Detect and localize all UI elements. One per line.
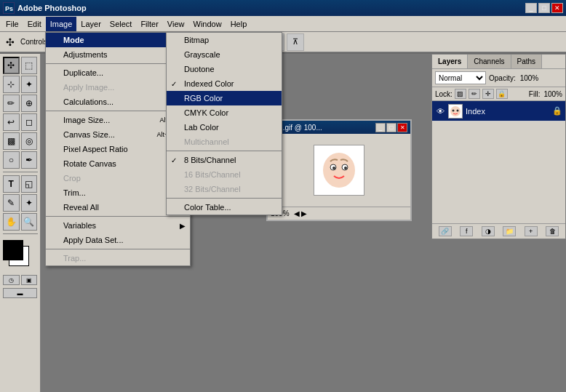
blur-tool[interactable]: ◎ — [21, 132, 38, 150]
hand-tool[interactable]: ✋ — [3, 213, 20, 231]
notes-tool[interactable]: ✎ — [3, 194, 20, 212]
menu-item-apply-data[interactable]: Apply Data Set... — [46, 233, 190, 247]
eraser-tool[interactable]: ◻ — [21, 113, 38, 131]
mode-cmyk-color[interactable]: CMYK Color — [167, 105, 282, 120]
new-layer-btn[interactable]: + — [525, 226, 538, 236]
iw-close-btn[interactable]: ✕ — [397, 123, 407, 132]
minimize-button[interactable]: _ — [525, 3, 537, 13]
svg-point-10 — [453, 109, 455, 111]
reveal-all-label: Reveal All — [63, 203, 99, 212]
svg-point-11 — [457, 109, 459, 111]
svg-point-3 — [323, 153, 355, 188]
mode-grayscale[interactable]: Grayscale — [167, 47, 282, 62]
foreground-color-box[interactable] — [3, 240, 23, 260]
menu-filter[interactable]: Filter — [136, 17, 162, 31]
tab-channels[interactable]: Channels — [468, 55, 511, 68]
menu-edit[interactable]: Edit — [23, 17, 46, 31]
dodge-tool[interactable]: ○ — [3, 151, 20, 169]
layers-lock-row: Lock: ▨ ✏ ✛ 🔒 Fill: 100% — [432, 87, 565, 101]
heal-tool[interactable]: ✦ — [21, 76, 38, 93]
brush-tool[interactable]: ✏ — [3, 95, 20, 112]
trap-label: Trap... — [63, 254, 86, 263]
mode-color-table[interactable]: Color Table... — [167, 200, 282, 215]
mode-submenu-dropdown: Bitmap Grayscale Duotone ✓ Indexed Color… — [166, 32, 282, 215]
tab-paths[interactable]: Paths — [511, 55, 543, 68]
link-layers-btn[interactable]: 🔗 — [439, 226, 452, 236]
menu-select[interactable]: Select — [105, 17, 137, 31]
screen-mode-btn[interactable]: ▬ — [3, 288, 37, 298]
layers-panel-tabs: Layers Channels Paths — [432, 55, 565, 69]
new-group-btn[interactable]: 📁 — [503, 226, 516, 236]
pixel-aspect-label: Pixel Aspect Ratio — [63, 145, 128, 153]
mode-bitmap[interactable]: Bitmap — [167, 33, 282, 47]
multichannel-label: Multichannel — [184, 137, 229, 146]
crop-label: Crop — [63, 174, 81, 183]
lock-image-btn[interactable]: ✏ — [469, 89, 480, 99]
tool-row-6: ○ ✒ — [3, 151, 37, 169]
image-scroll-left[interactable]: ◀ — [294, 209, 300, 217]
mode-indexed-color[interactable]: ✓ Indexed Color — [167, 76, 282, 91]
app-title: Adobe Photoshop — [17, 4, 87, 12]
menu-help[interactable]: Help — [226, 17, 252, 31]
tab-layers[interactable]: Layers — [432, 55, 468, 68]
pen-tool[interactable]: ✒ — [21, 151, 38, 169]
lasso-tool[interactable]: ⬚ — [21, 57, 37, 74]
quick-mask-btn[interactable]: ◷ — [3, 275, 20, 285]
crop-tool[interactable]: ⊹ — [3, 76, 20, 93]
image-scroll-right[interactable]: ▶ — [301, 209, 307, 217]
bitmap-label: Bitmap — [184, 36, 209, 44]
shape-tool[interactable]: ◱ — [21, 175, 38, 193]
menu-image[interactable]: Image — [46, 17, 77, 31]
gradient-tool[interactable]: ▩ — [3, 132, 20, 150]
menu-sep-3 — [46, 216, 190, 217]
clone-tool[interactable]: ⊕ — [21, 95, 38, 112]
iw-minimize-btn[interactable]: _ — [375, 123, 386, 132]
layers-controls-row: Normal Opacity: 100% — [432, 69, 565, 87]
menu-file[interactable]: File — [1, 17, 23, 31]
lock-position-btn[interactable]: ✛ — [482, 89, 494, 99]
zoom-tool[interactable]: 🔍 — [21, 213, 38, 231]
variables-label: Variables — [63, 221, 96, 230]
image-window-title-bar: grin.gif @ 100... _ □ ✕ — [268, 121, 410, 134]
eyedropper-tool[interactable]: ✦ — [21, 194, 38, 212]
layer-visibility-icon[interactable]: 👁 — [435, 106, 445, 116]
canvas-size-label: Canvas Size... — [63, 130, 115, 139]
mode-duotone[interactable]: Duotone — [167, 62, 282, 76]
indexed-color-label: Indexed Color — [184, 79, 234, 88]
add-style-btn[interactable]: f — [460, 226, 473, 236]
delete-layer-btn[interactable]: 🗑 — [546, 226, 559, 236]
lock-all-btn[interactable]: 🔒 — [496, 89, 508, 99]
mode-rgb-color[interactable]: RGB Color — [167, 91, 282, 105]
align-btn-12[interactable]: ⊼ — [287, 33, 304, 51]
controls-label: Controls — [20, 38, 47, 46]
menu-view[interactable]: View — [163, 17, 189, 31]
svg-text:Ps: Ps — [5, 5, 13, 12]
add-mask-btn[interactable]: ◑ — [482, 226, 495, 236]
edit-mode-btn[interactable]: ▣ — [21, 275, 38, 285]
duotone-label: Duotone — [184, 65, 215, 73]
menu-item-trap: Trap... — [46, 251, 190, 265]
lab-color-label: Lab Color — [184, 123, 219, 132]
menu-window[interactable]: Window — [189, 17, 226, 31]
image-canvas[interactable] — [314, 145, 364, 196]
move-tool[interactable]: ✣ — [3, 57, 20, 74]
mode-8bits[interactable]: ✓ 8 Bits/Channel — [167, 153, 282, 167]
iw-maximize-btn[interactable]: □ — [386, 123, 396, 132]
blend-mode-select[interactable]: Normal — [435, 71, 486, 84]
layer-row[interactable]: 👁 Index 🔒 — [432, 101, 565, 121]
layer-lock-icon: 🔒 — [552, 106, 562, 116]
maximize-button[interactable]: □ — [538, 3, 550, 13]
close-button[interactable]: ✕ — [551, 3, 563, 13]
menu-layer[interactable]: Layer — [76, 17, 105, 31]
menu-item-variables[interactable]: Variables ▶ — [46, 218, 190, 233]
lock-transparent-btn[interactable]: ▨ — [455, 89, 466, 99]
image-size-label: Image Size... — [63, 116, 110, 124]
tool-row-4: ↩ ◻ — [3, 113, 37, 131]
mode-lab-color[interactable]: Lab Color — [167, 120, 282, 135]
mode-multichannel: Multichannel — [167, 135, 282, 149]
image-window-buttons: _ □ ✕ — [375, 123, 407, 132]
text-tool[interactable]: T — [3, 175, 20, 193]
history-tool[interactable]: ↩ — [3, 113, 20, 131]
indexed-color-check-icon: ✓ — [171, 80, 177, 88]
grayscale-label: Grayscale — [184, 50, 220, 59]
